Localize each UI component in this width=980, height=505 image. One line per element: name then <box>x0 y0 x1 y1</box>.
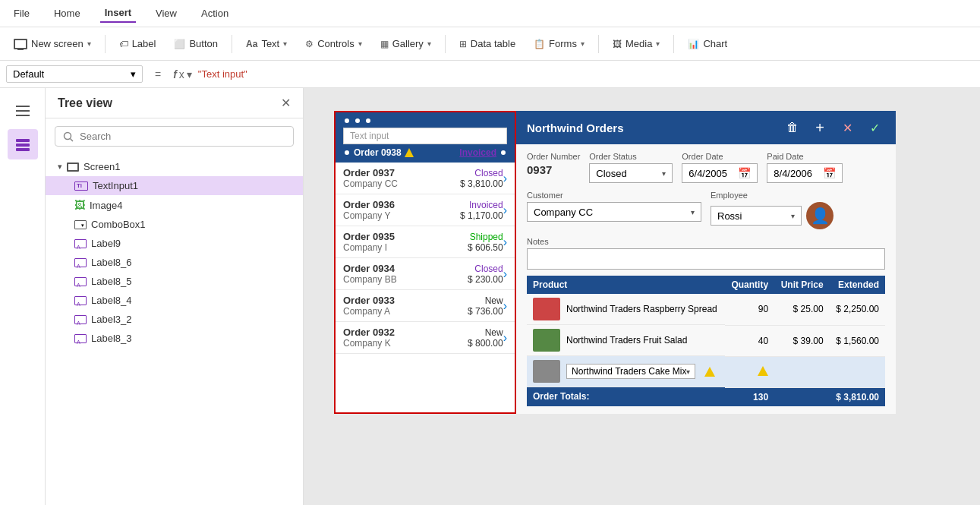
order-detail: Northwind Orders 🗑 + ✕ ✓ Order Number <box>516 111 896 414</box>
forms-button[interactable]: 📋 Forms ▾ <box>526 34 592 53</box>
selected-order: Text input Order 0938 Invoiced <box>336 112 515 163</box>
totals-row: Order Totals: 130 $ 3,810.00 <box>527 387 885 406</box>
notes-group: Notes <box>527 237 885 270</box>
button-button[interactable]: ⬜ Button <box>166 34 225 53</box>
product-row-1: Northwind Traders Fruit Salad 40 $ 39.00… <box>527 325 885 356</box>
product-row-2: Northwind Traders Cake Mix ▾ <box>527 356 885 387</box>
employee-arrow: ▾ <box>791 212 795 220</box>
gallery-button[interactable]: ▦ Gallery ▾ <box>373 34 439 53</box>
order-0932-id: Order 0932 <box>343 327 395 338</box>
sidebar-layers-icon[interactable] <box>8 129 38 159</box>
property-dropdown[interactable]: Default ▾ <box>6 65 143 83</box>
label-button[interactable]: 🏷 Label <box>112 34 164 53</box>
label3-2-label: Label3_2 <box>91 314 132 325</box>
tree-item-label3-2[interactable]: A Label3_2 <box>46 310 303 329</box>
tree-item-screen1[interactable]: ▾ Screen1 <box>46 157 303 176</box>
order-0933-arrow: › <box>503 299 507 313</box>
menu-action[interactable]: Action <box>197 5 233 22</box>
order-row-0937[interactable]: Order 0937 Closed Company CC $ 3,810.00 … <box>336 163 515 194</box>
tree-item-image4[interactable]: 🖼 Image4 <box>46 195 303 215</box>
sidebar-menu-icon[interactable] <box>8 96 38 126</box>
order-0935-company: Company I <box>343 242 387 253</box>
tree-item-textinput1[interactable]: Ti TextInput1 <box>46 176 303 195</box>
order-status-label: Order Status <box>589 152 673 161</box>
product-2-select[interactable]: Northwind Traders Cake Mix ▾ <box>566 364 695 379</box>
media-button[interactable]: 🖼 Media ▾ <box>605 34 667 53</box>
form-row-1: Order Number 0937 Order Status Closed ▾ … <box>527 152 885 183</box>
order-0937-arrow: › <box>503 172 507 185</box>
employee-select[interactable]: Rossi ▾ <box>711 206 802 226</box>
notes-input[interactable] <box>527 248 885 270</box>
customer-group: Customer Company CC ▾ <box>527 191 701 229</box>
svg-rect-4 <box>16 144 30 147</box>
delete-button[interactable]: 🗑 <box>782 117 803 138</box>
customer-select[interactable]: Company CC ▾ <box>527 202 701 222</box>
products-body: Northwind Traders Raspberry Spread 90 $ … <box>527 294 885 387</box>
chart-button[interactable]: 📊 Chart <box>680 34 735 53</box>
tree-item-label8-6[interactable]: A Label8_6 <box>46 253 303 272</box>
screen1-label: Screen1 <box>84 161 120 172</box>
totals-quantity: 130 <box>725 387 774 406</box>
tree-item-label8-3[interactable]: A Label8_3 <box>46 329 303 348</box>
label-icon: 🏷 <box>119 39 128 49</box>
menu-file[interactable]: File <box>9 5 34 22</box>
totals-extended: $ 3,810.00 <box>830 387 885 406</box>
toolbar-divider-4 <box>598 35 599 53</box>
order-0937-id: Order 0937 <box>343 167 395 178</box>
tree-close-button[interactable]: ✕ <box>281 96 291 110</box>
text-button[interactable]: Aa Text ▾ <box>238 34 295 53</box>
paid-date-input[interactable]: 8/4/2006 📅 <box>767 163 843 183</box>
order-0935-status: Shipped <box>470 232 503 242</box>
button-icon: ⬜ <box>174 39 185 49</box>
label3-2-icon: A <box>74 315 87 324</box>
order-row-0934[interactable]: Order 0934 Closed Company BB $ 230.00 › <box>336 258 515 290</box>
order-0936-id: Order 0936 <box>343 199 395 210</box>
cancel-button[interactable]: ✕ <box>837 117 858 138</box>
search-input[interactable] <box>80 131 285 142</box>
new-screen-button[interactable]: New screen ▾ <box>6 34 99 53</box>
label9-label: Label9 <box>91 238 121 249</box>
order-status-select[interactable]: Closed ▾ <box>589 163 673 183</box>
tree-item-label9[interactable]: A Label9 <box>46 234 303 253</box>
image4-label: Image4 <box>90 200 122 211</box>
confirm-button[interactable]: ✓ <box>864 117 885 138</box>
order-number-value: 0937 <box>527 163 580 176</box>
screen-icon <box>67 163 79 172</box>
fx-button[interactable]: f x ▾ <box>173 68 192 80</box>
formula-value[interactable]: "Text input" <box>198 68 247 80</box>
tree-items: ▾ Screen1 Ti TextInput1 🖼 Image4 <box>46 154 303 505</box>
combobox1-label: ComboBox1 <box>91 219 146 230</box>
datatable-button[interactable]: ⊞ Data table <box>452 34 523 53</box>
label8-3-label: Label8_3 <box>91 333 132 344</box>
tree-item-label8-4[interactable]: A Label8_4 <box>46 291 303 310</box>
main-content: Tree view ✕ ▾ Screen1 Ti TextInput1 <box>0 88 980 505</box>
product-2-img <box>533 360 560 383</box>
gallery-chevron: ▾ <box>427 39 431 48</box>
order-row-0933[interactable]: Order 0933 New Company A $ 736.00 › <box>336 290 515 322</box>
textinput-icon: Ti <box>74 181 88 191</box>
order-date-value: 6/4/2005 <box>689 168 727 179</box>
menu-home[interactable]: Home <box>49 5 85 22</box>
search-box[interactable] <box>55 126 294 147</box>
order-number-group: Order Number 0937 <box>527 152 580 183</box>
order-0935-arrow: › <box>503 235 507 249</box>
tree-item-label8-5[interactable]: A Label8_5 <box>46 272 303 291</box>
svg-rect-0 <box>16 106 30 107</box>
order-row-0936[interactable]: Order 0936 Invoiced Company Y $ 1,170.00… <box>336 194 515 226</box>
orders-panel: Text input Order 0938 Invoiced <box>334 111 516 414</box>
order-row-0932[interactable]: Order 0932 New Company K $ 800.00 › <box>336 322 515 354</box>
menu-insert[interactable]: Insert <box>100 4 136 23</box>
product-1-price: $ 39.00 <box>774 325 830 356</box>
controls-button[interactable]: ⚙ Controls ▾ <box>298 34 369 53</box>
order-0932-status: New <box>485 327 503 338</box>
order-date-input[interactable]: 6/4/2005 📅 <box>682 163 758 183</box>
menu-view[interactable]: View <box>151 5 181 22</box>
product-row-0: Northwind Traders Raspberry Spread 90 $ … <box>527 294 885 325</box>
order-row-0935[interactable]: Order 0935 Shipped Company I $ 606.50 › <box>336 226 515 258</box>
tree-item-combobox1[interactable]: ▾ ComboBox1 <box>46 215 303 234</box>
svg-point-6 <box>65 132 71 139</box>
property-value: Default <box>13 68 44 80</box>
fx-chevron: ▾ <box>187 68 192 80</box>
add-button[interactable]: + <box>809 117 830 138</box>
detail-actions: 🗑 + ✕ ✓ <box>782 117 885 138</box>
